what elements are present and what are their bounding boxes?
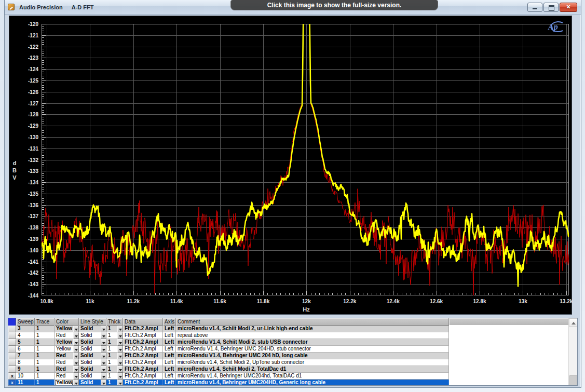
row-selector-button[interactable]: [8, 346, 16, 353]
thick-dropdown-button[interactable]: [117, 332, 123, 339]
fft-chart-panel[interactable]: -120-121-122-123-124-125-126-127-128-129…: [9, 16, 572, 315]
table-row-sweep-7[interactable]: 71RedSolid1Fft.Ch.2 AmplLeftmicroRendu V…: [8, 353, 569, 359]
row-selector-button[interactable]: [8, 366, 16, 373]
color-dropdown-button[interactable]: [73, 373, 79, 380]
color-cell[interactable]: Yellow: [55, 346, 73, 353]
line-style-dropdown-button[interactable]: [101, 332, 106, 339]
thick-cell[interactable]: 1: [106, 326, 117, 332]
comment-cell[interactable]: repeat above: [176, 332, 449, 339]
color-dropdown-button[interactable]: [73, 332, 79, 339]
thick-dropdown-button[interactable]: [117, 346, 123, 353]
data-cell[interactable]: Fft.Ch.2 Ampl: [123, 326, 163, 332]
thick-dropdown-button[interactable]: [117, 359, 123, 366]
table-row-sweep-4[interactable]: 41RedSolid1Fft.Ch.2 AmplLeftrepeat above: [8, 332, 569, 339]
table-row-sweep-5[interactable]: 51YellowSolid1Fft.Ch.2 AmplLeftmicroRend…: [8, 339, 569, 346]
minimize-button[interactable]: [527, 3, 542, 12]
color-cell[interactable]: Red: [55, 366, 73, 373]
color-dropdown-button[interactable]: [73, 359, 79, 366]
table-row-sweep-11[interactable]: x111YellowSolid1Fft.Ch.2 AmplLeftmicroRe…: [8, 380, 569, 386]
thick-cell[interactable]: 1: [106, 339, 117, 346]
fft-spectrum-plot-canvas[interactable]: [42, 24, 569, 295]
color-dropdown-button[interactable]: [73, 380, 79, 386]
thick-dropdown-button[interactable]: [117, 326, 123, 332]
data-cell[interactable]: Fft.Ch.2 Ampl: [123, 339, 163, 346]
line-style-dropdown-button[interactable]: [101, 326, 106, 332]
row-selector-button[interactable]: x: [8, 380, 16, 386]
comment-cell[interactable]: microRendu V1.4, Schiit Modi 2, stub USB…: [176, 339, 449, 346]
row-selector-button[interactable]: x: [8, 373, 16, 380]
comment-cell[interactable]: microRendu v1.4, Schiit Modi 2, ur-Link …: [176, 326, 449, 332]
data-cell[interactable]: Fft.Ch.2 Ampl: [123, 373, 163, 380]
y-axis-tick-label: -126: [16, 89, 38, 95]
line-style-cell[interactable]: Solid: [79, 332, 101, 339]
data-cell[interactable]: Fft.Ch.2 Ampl: [123, 346, 163, 353]
line-style-dropdown-button[interactable]: [101, 373, 106, 380]
row-selector-button[interactable]: [8, 359, 16, 366]
data-cell[interactable]: Fft.Ch.2 Ampl: [123, 380, 163, 386]
line-style-dropdown-button[interactable]: [101, 366, 106, 373]
comment-cell[interactable]: microRendu v1.4, Schiit Modi 2, TotalDac…: [176, 366, 449, 373]
scrollbar-thumb[interactable]: [569, 375, 577, 385]
thick-cell[interactable]: 1: [106, 332, 117, 339]
thick-cell[interactable]: 1: [106, 373, 117, 380]
table-row-sweep-6[interactable]: 61YellowSolid1Fft.Ch.2 AmplLeftmicroRend…: [8, 346, 569, 353]
thick-cell[interactable]: 1: [106, 359, 117, 366]
table-row-sweep-9[interactable]: 91RedSolid1Fft.Ch.2 AmplLeftmicroRendu v…: [8, 366, 569, 373]
data-cell[interactable]: Fft.Ch.2 Ampl: [123, 332, 163, 339]
table-row-sweep-8[interactable]: 81RedSolid1Fft.Ch.2 AmplLeftmicroRendu v…: [8, 359, 569, 366]
comment-cell[interactable]: microRendu v1.4, Behringer UMC204hd, Tot…: [176, 373, 449, 380]
row-selector-button[interactable]: [8, 353, 16, 359]
comment-cell[interactable]: microRendu V1.4, Behringer UMC 204 hD, l…: [176, 353, 449, 359]
row-selector-button[interactable]: [8, 326, 16, 332]
line-style-cell[interactable]: Solid: [79, 353, 101, 359]
line-style-dropdown-button[interactable]: [101, 346, 106, 353]
line-style-dropdown-button[interactable]: [101, 353, 106, 359]
line-style-cell[interactable]: Solid: [79, 326, 101, 332]
row-selector-button[interactable]: [8, 339, 16, 346]
select-all-corner[interactable]: [8, 318, 16, 326]
scroll-up-button[interactable]: [569, 318, 578, 327]
color-cell[interactable]: Red: [55, 332, 73, 339]
comment-cell[interactable]: microRendu v1.4, Schiit Modi 2, UpTone s…: [176, 359, 449, 366]
color-cell[interactable]: Yellow: [55, 380, 73, 386]
comment-cell[interactable]: microRendu v1.4, Behringer UMC204HD, Gen…: [176, 380, 449, 386]
color-dropdown-button[interactable]: [73, 353, 79, 359]
color-cell[interactable]: Yellow: [55, 339, 73, 346]
table-row-sweep-3[interactable]: 31YellowSolid1Fft.Ch.2 AmplLeftmicroRend…: [8, 326, 569, 332]
color-dropdown-button[interactable]: [73, 326, 79, 332]
color-cell[interactable]: Red: [55, 373, 73, 380]
row-selector-button[interactable]: [8, 332, 16, 339]
line-style-cell[interactable]: Solid: [79, 366, 101, 373]
thick-dropdown-button[interactable]: [117, 353, 123, 359]
color-cell[interactable]: Yellow: [55, 326, 73, 332]
line-style-dropdown-button[interactable]: [101, 359, 106, 366]
line-style-cell[interactable]: Solid: [79, 373, 101, 380]
thick-dropdown-button[interactable]: [117, 373, 123, 380]
color-cell[interactable]: Red: [55, 353, 73, 359]
color-dropdown-button[interactable]: [73, 366, 79, 373]
thick-dropdown-button[interactable]: [117, 339, 123, 346]
line-style-dropdown-button[interactable]: [101, 380, 106, 386]
line-style-cell[interactable]: Solid: [79, 339, 101, 346]
table-row-sweep-10[interactable]: x101RedSolid1Fft.Ch.2 AmplLeftmicroRendu…: [8, 373, 569, 380]
color-cell[interactable]: Red: [55, 359, 73, 366]
thick-cell[interactable]: 1: [106, 346, 117, 353]
data-cell[interactable]: Fft.Ch.2 Ampl: [123, 353, 163, 359]
thick-cell[interactable]: 1: [106, 353, 117, 359]
comment-cell[interactable]: microRendu V1.4, Behringer UMC 204HD, st…: [176, 346, 449, 353]
line-style-cell[interactable]: Solid: [79, 346, 101, 353]
thick-dropdown-button[interactable]: [117, 366, 123, 373]
data-cell[interactable]: Fft.Ch.2 Ampl: [123, 359, 163, 366]
table-scrollbar[interactable]: [568, 318, 577, 386]
color-dropdown-button[interactable]: [73, 339, 79, 346]
data-cell[interactable]: Fft.Ch.2 Ampl: [123, 366, 163, 373]
line-style-cell[interactable]: Solid: [79, 380, 101, 386]
thick-cell[interactable]: 1: [106, 380, 117, 386]
color-dropdown-button[interactable]: [73, 346, 79, 353]
line-style-cell[interactable]: Solid: [79, 359, 101, 366]
close-button[interactable]: [560, 3, 577, 12]
line-style-dropdown-button[interactable]: [101, 339, 106, 346]
restore-button[interactable]: [543, 3, 559, 12]
thick-dropdown-button[interactable]: [117, 380, 123, 386]
thick-cell[interactable]: 1: [106, 366, 117, 373]
